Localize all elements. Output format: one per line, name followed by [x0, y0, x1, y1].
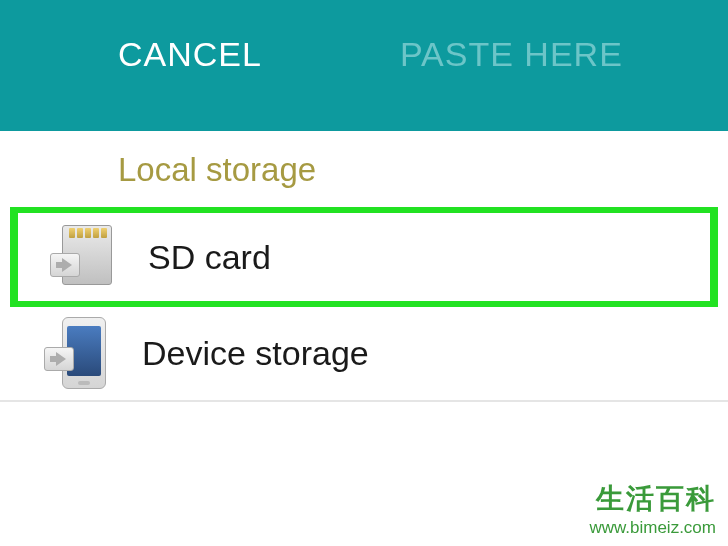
watermark-url: www.bimeiz.com	[589, 518, 716, 538]
watermark-text: 生活百科	[589, 480, 716, 518]
watermark: 生活百科 www.bimeiz.com	[589, 480, 716, 538]
list-item-sd-card[interactable]: SD card	[10, 207, 718, 307]
paste-here-button[interactable]: PASTE HERE	[400, 35, 623, 74]
section-title-local-storage: Local storage	[0, 131, 728, 207]
sd-card-icon	[46, 222, 116, 292]
header-actions: CANCEL PASTE HERE	[0, 0, 728, 74]
device-icon	[40, 319, 110, 389]
list-item-label: Device storage	[142, 334, 369, 373]
cancel-button[interactable]: CANCEL	[118, 35, 262, 74]
header-bar: CANCEL PASTE HERE	[0, 0, 728, 131]
list-item-device-storage[interactable]: Device storage	[0, 307, 728, 402]
list-item-label: SD card	[148, 238, 271, 277]
